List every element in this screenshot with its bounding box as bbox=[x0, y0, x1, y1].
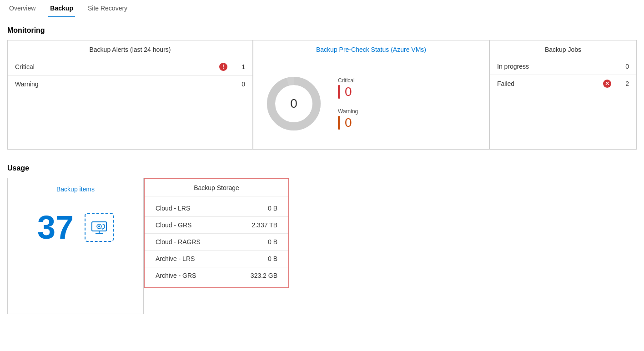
legend-critical: Critical 0 bbox=[338, 77, 358, 99]
precheck-card: Backup Pre-Check Status (Azure VMs) 0 Cr… bbox=[253, 40, 489, 150]
jobs-failed-value: 2 bbox=[615, 80, 629, 87]
storage-archive-lrs-label: Archive - LRS bbox=[156, 255, 234, 262]
jobs-inprogress-row: In progress 0 bbox=[490, 58, 636, 75]
storage-archive-grs-label: Archive - GRS bbox=[156, 272, 234, 279]
alerts-warning-value: 0 bbox=[231, 80, 245, 88]
usage-section-title: Usage bbox=[7, 164, 637, 172]
storage-archive-lrs-row: Archive - LRS 0 B bbox=[145, 251, 288, 267]
storage-cloud-grs-label: Cloud - GRS bbox=[156, 221, 234, 229]
precheck-title[interactable]: Backup Pre-Check Status (Azure VMs) bbox=[253, 40, 489, 58]
critical-circle-icon: ! bbox=[219, 63, 227, 71]
storage-archive-grs-value: 323.2 GB bbox=[241, 272, 277, 279]
backup-items-card: Backup items 37 bbox=[7, 178, 144, 314]
alerts-warning-label: Warning bbox=[15, 80, 215, 88]
legend-critical-label: Critical bbox=[338, 77, 358, 84]
donut-total: 0 bbox=[290, 96, 297, 111]
tab-backup[interactable]: Backup bbox=[48, 0, 75, 17]
backup-alerts-card: Backup Alerts (last 24 hours) Critical !… bbox=[7, 40, 253, 150]
vm-icon bbox=[90, 218, 108, 236]
backup-items-title[interactable]: Backup items bbox=[56, 186, 95, 193]
backup-items-body: 37 bbox=[37, 211, 114, 244]
jobs-inprogress-value: 0 bbox=[615, 63, 629, 70]
alerts-table: Critical ! 1 Warning 0 bbox=[8, 58, 252, 92]
storage-archive-lrs-value: 0 B bbox=[241, 255, 277, 262]
jobs-failed-row: Failed ✕ 2 bbox=[490, 75, 636, 92]
legend-warning-row: 0 bbox=[338, 115, 358, 130]
backup-storage-card: Backup Storage Cloud - LRS 0 B Cloud - G… bbox=[144, 178, 289, 288]
svg-point-4 bbox=[98, 226, 100, 227]
tab-bar: Overview Backup Site Recovery bbox=[0, 0, 644, 17]
precheck-legend: Critical 0 Warning 0 bbox=[338, 77, 358, 130]
storage-cloud-lrs-row: Cloud - LRS 0 B bbox=[145, 200, 288, 217]
legend-warning-bar bbox=[338, 116, 340, 130]
jobs-failed-label: Failed bbox=[497, 80, 599, 87]
backup-jobs-title: Backup Jobs bbox=[490, 40, 636, 58]
storage-archive-grs-row: Archive - GRS 323.2 GB bbox=[145, 267, 288, 284]
storage-cloud-lrs-value: 0 B bbox=[241, 205, 277, 212]
alerts-critical-label: Critical bbox=[15, 63, 215, 70]
monitoring-grid: Backup Alerts (last 24 hours) Critical !… bbox=[7, 40, 637, 150]
storage-cloud-lrs-label: Cloud - LRS bbox=[156, 205, 234, 212]
storage-title: Backup Storage bbox=[145, 179, 288, 196]
usage-grid: Backup items 37 bbox=[7, 178, 637, 314]
page-content: Monitoring Backup Alerts (last 24 hours)… bbox=[0, 17, 644, 323]
storage-cloud-ragrs-value: 0 B bbox=[241, 238, 277, 246]
legend-warning-label: Warning bbox=[338, 108, 358, 115]
jobs-table: In progress 0 Failed ✕ 2 bbox=[490, 58, 636, 92]
tab-site-recovery[interactable]: Site Recovery bbox=[86, 0, 129, 17]
alerts-critical-row: Critical ! 1 bbox=[8, 58, 252, 76]
backup-alerts-title: Backup Alerts (last 24 hours) bbox=[8, 40, 252, 58]
legend-warning-value: 0 bbox=[345, 115, 352, 130]
backup-items-icon bbox=[85, 213, 114, 242]
donut-chart: 0 bbox=[264, 74, 323, 133]
alerts-critical-value: 1 bbox=[231, 63, 245, 70]
storage-cloud-grs-value: 2.337 TB bbox=[241, 221, 277, 229]
legend-critical-bar bbox=[338, 85, 340, 99]
legend-critical-value: 0 bbox=[345, 85, 352, 99]
storage-cloud-ragrs-row: Cloud - RAGRS 0 B bbox=[145, 234, 288, 251]
legend-critical-row: 0 bbox=[338, 85, 358, 99]
tab-overview[interactable]: Overview bbox=[7, 0, 37, 17]
backup-jobs-card: Backup Jobs In progress 0 Failed ✕ 2 bbox=[489, 40, 637, 150]
storage-cloud-grs-row: Cloud - GRS 2.337 TB bbox=[145, 217, 288, 234]
monitoring-section-title: Monitoring bbox=[7, 26, 637, 35]
legend-warning: Warning 0 bbox=[338, 108, 358, 130]
jobs-inprogress-label: In progress bbox=[497, 63, 599, 70]
storage-rows: Cloud - LRS 0 B Cloud - GRS 2.337 TB Clo… bbox=[145, 196, 288, 287]
precheck-body: 0 Critical 0 Warning 0 bbox=[253, 58, 489, 149]
backup-items-count: 37 bbox=[37, 211, 74, 244]
storage-cloud-ragrs-label: Cloud - RAGRS bbox=[156, 238, 234, 246]
alerts-warning-row: Warning 0 bbox=[8, 76, 252, 92]
critical-icon: ! bbox=[219, 63, 228, 71]
failed-icon: ✕ bbox=[603, 80, 612, 88]
failed-circle-icon: ✕ bbox=[603, 80, 611, 88]
